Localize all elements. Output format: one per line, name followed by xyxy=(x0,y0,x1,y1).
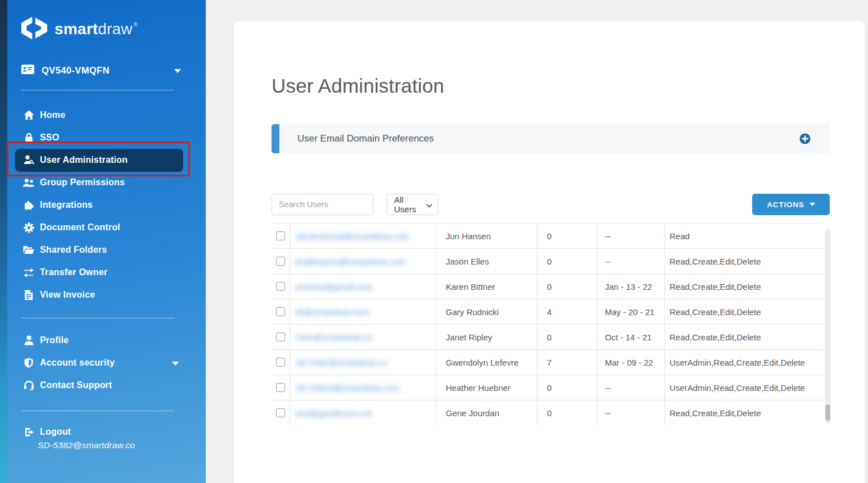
sidebar-item-integrations[interactable]: Integrations xyxy=(0,194,206,216)
user-name: Jason Elles xyxy=(436,249,537,274)
user-last-active: Jan - 13 - 22 xyxy=(598,274,665,299)
table-row: kli@smartdraw.com Gary Rudnicki 4 May - … xyxy=(272,299,824,325)
user-email-link[interactable]: SD-5382@smartdraw.co xyxy=(296,358,388,367)
table-row: emesaq@gmail.com Karen Bittner 0 Jan - 1… xyxy=(272,274,824,299)
account-selector[interactable]: QV540-VMQFN xyxy=(21,62,181,79)
row-checkbox[interactable] xyxy=(276,307,285,316)
sidebar-item-home[interactable]: Home xyxy=(0,104,206,126)
user-last-active: Oct - 14 - 21 xyxy=(598,325,665,349)
user-permissions: Read,Create,Edit,Delete xyxy=(665,400,824,425)
sidebar-item-account-security[interactable]: Account security xyxy=(0,352,206,374)
sidebar-item-profile[interactable]: Profile xyxy=(0,329,206,352)
puzzle-icon xyxy=(22,200,35,210)
table-row: alexlexlemail@smartdraw.com Jun Hansen 0… xyxy=(272,224,824,249)
actions-button[interactable]: ACTIONS xyxy=(752,194,830,215)
main-content-card: User Administration User Email Domain Pr… xyxy=(234,21,865,483)
email-domain-preferences-panel[interactable]: User Email Domain Preferences xyxy=(272,124,830,153)
table-row: SD-5382a@smartdraw.com Heather Huebner 0… xyxy=(272,375,824,400)
page-title: User Administration xyxy=(272,75,444,97)
user-name: Karen Bittner xyxy=(436,274,537,299)
user-permissions: Read xyxy=(665,224,824,248)
id-card-icon xyxy=(21,65,34,76)
sidebar-item-contact-support[interactable]: Contact Support xyxy=(0,374,206,397)
user-email-link[interactable]: SD-5382a@smartdraw.com xyxy=(296,383,399,393)
sidebar-item-shared-folders[interactable]: Shared Folders xyxy=(0,239,206,261)
profile-icon xyxy=(22,335,35,345)
sidebar-item-transfer-owner[interactable]: Transfer Owner xyxy=(0,261,206,284)
group-users-icon xyxy=(22,178,35,188)
row-checkbox[interactable] xyxy=(276,231,285,240)
user-filter-dropdown[interactable]: All Users xyxy=(387,194,438,215)
transfer-arrows-icon xyxy=(22,268,35,277)
sso-lock-icon xyxy=(22,133,35,143)
home-icon xyxy=(22,110,35,120)
user-email-link[interactable]: kli@smartdraw.com xyxy=(296,307,369,317)
user-doc-count: 0 xyxy=(537,224,598,248)
chevron-down-icon xyxy=(810,203,815,206)
user-name: Gary Rudnicki xyxy=(436,299,537,324)
table-scrollbar-thumb[interactable] xyxy=(825,404,830,421)
table-row: test@ganderson.net Gene Jourdan 0 -- Rea… xyxy=(272,400,824,425)
filter-selected-value: All Users xyxy=(394,195,422,214)
smartdraw-logo: smartdraw® xyxy=(21,16,138,43)
chevron-down-icon xyxy=(172,358,179,368)
user-name: Janet Ripley xyxy=(436,325,537,349)
user-email-link[interactable]: test@ganderson.net xyxy=(296,408,372,418)
sidebar-item-logout[interactable]: Logout xyxy=(0,421,206,443)
smartdraw-logo-text: smartdraw® xyxy=(55,20,138,38)
row-checkbox[interactable] xyxy=(276,257,285,266)
table-scrollbar-track[interactable] xyxy=(825,229,830,423)
user-last-active: Mar - 09 - 22 xyxy=(598,350,665,375)
user-doc-count: 7 xyxy=(537,350,598,375)
sidebar-item-group-permissions[interactable]: Group Permissions xyxy=(0,171,206,194)
gear-icon xyxy=(22,222,35,233)
user-doc-count: 0 xyxy=(537,274,598,299)
user-doc-count: 0 xyxy=(537,400,598,425)
sidebar-divider xyxy=(21,90,174,90)
sidebar-item-user-administration[interactable]: User Administration xyxy=(0,149,206,171)
user-name: Jun Hansen xyxy=(436,224,537,248)
search-input[interactable] xyxy=(272,194,373,215)
sidebar-item-sso[interactable]: SSO xyxy=(0,126,206,149)
user-doc-count: 0 xyxy=(537,249,598,274)
logged-in-email: SD-5382@smartdraw.co xyxy=(38,440,135,450)
user-permissions: UserAdmin,Read,Create,Edit,Delete xyxy=(665,350,824,375)
user-name: Heather Huebner xyxy=(436,375,537,400)
row-checkbox[interactable] xyxy=(276,332,285,341)
folder-open-icon xyxy=(22,245,35,254)
user-permissions: Read,Create,Edit,Delete xyxy=(665,249,824,274)
smartdraw-logo-icon xyxy=(21,16,47,43)
sidebar: smartdraw® QV540-VMQFN Home xyxy=(0,0,206,483)
invoice-file-icon xyxy=(22,290,35,300)
chevron-down-icon xyxy=(174,65,181,75)
user-doc-count: 0 xyxy=(537,375,598,400)
user-last-active: -- xyxy=(598,400,665,425)
user-email-link[interactable]: emesaq@gmail.com xyxy=(296,282,373,291)
user-name: Gwendolyn Lefevre xyxy=(436,350,537,375)
user-last-active: -- xyxy=(598,224,665,248)
sidebar-item-document-control[interactable]: Document Control xyxy=(0,216,206,239)
user-permissions: Read,Create,Edit,Delete xyxy=(665,325,824,349)
row-checkbox[interactable] xyxy=(276,408,285,417)
user-doc-count: 0 xyxy=(537,325,598,349)
plus-circle-icon[interactable] xyxy=(799,133,811,144)
row-checkbox[interactable] xyxy=(276,383,285,392)
user-email-link[interactable]: User@smartdraw.co xyxy=(296,332,372,342)
user-permissions: UserAdmin,Read,Create,Edit,Delete xyxy=(665,375,824,400)
sidebar-item-view-invoice[interactable]: View Invoice xyxy=(0,284,206,306)
panel-label: User Email Domain Preferences xyxy=(297,124,434,153)
user-permissions: Read,Create,Edit,Delete xyxy=(665,274,824,299)
user-last-active: -- xyxy=(598,375,665,400)
headset-icon xyxy=(22,380,35,390)
sidebar-nav-main: Home SSO User Admini xyxy=(0,104,206,306)
shield-icon xyxy=(22,358,35,368)
sidebar-nav-logout: Logout xyxy=(0,421,206,443)
user-email-link[interactable]: buildreports@smartdraw.com xyxy=(296,257,405,266)
row-checkbox[interactable] xyxy=(276,358,285,367)
row-checkbox[interactable] xyxy=(276,282,285,291)
users-table: alexlexlemail@smartdraw.com Jun Hansen 0… xyxy=(272,223,830,425)
user-email-link[interactable]: alexlexlemail@smartdraw.com xyxy=(296,231,410,241)
user-name: Gene Jourdan xyxy=(436,400,537,425)
table-row: User@smartdraw.co Janet Ripley 0 Oct - 1… xyxy=(272,325,824,350)
user-permissions: Read,Create,Edit,Delete xyxy=(665,299,824,324)
